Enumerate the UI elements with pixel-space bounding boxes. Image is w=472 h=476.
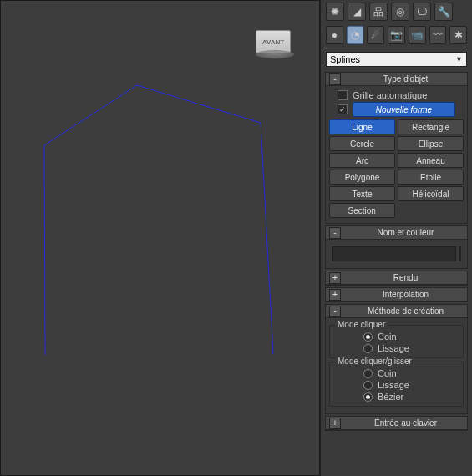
rollup-interpolation: + Interpolation [325, 287, 468, 302]
drag-mode-label: Mode cliquer/glisser [335, 357, 414, 366]
collapse-icon: - [329, 227, 341, 239]
rollup-render: + Rendu [325, 271, 468, 286]
shape-rectangle-button[interactable]: Rectangle [398, 119, 464, 134]
cameras-icon[interactable]: 📷 [388, 26, 405, 44]
object-name-input[interactable] [332, 246, 456, 261]
shape-helix-button[interactable]: Hélicoïdal [398, 186, 464, 201]
systems-icon[interactable]: ✱ [449, 26, 467, 44]
shape-ring-button[interactable]: Anneau [398, 153, 464, 168]
lights-icon[interactable]: ☄ [367, 26, 384, 44]
new-shape-button[interactable]: Nouvelle forme [353, 102, 455, 117]
rollup-keyboard-entry: + Entrée au clavier [325, 416, 468, 431]
rollup-header-creation[interactable]: - Méthode de création [326, 305, 467, 318]
display-tab-icon[interactable]: 🖵 [413, 3, 431, 21]
hierarchy-tab-icon[interactable]: 品 [369, 3, 388, 21]
rollup-header-render[interactable]: + Rendu [326, 271, 467, 285]
new-shape-checkbox[interactable]: ✓ [338, 104, 348, 114]
expand-icon: + [329, 272, 341, 284]
drag-corner-radio[interactable] [363, 369, 373, 378]
auto-grid-checkbox[interactable] [338, 90, 348, 100]
expand-icon: + [329, 418, 341, 429]
helpers-icon[interactable]: 📹 [409, 26, 426, 44]
viewport[interactable]: AVANT [0, 0, 320, 476]
click-mode-group: Mode cliquer Coin Lissage [329, 325, 464, 358]
shape-star-button[interactable]: Etoile [398, 170, 464, 185]
create-tab-icon[interactable]: ✺ [326, 3, 344, 21]
shape-ellipse-button[interactable]: Ellipse [398, 136, 464, 151]
click-corner-radio[interactable] [363, 332, 373, 342]
drag-mode-group: Mode cliquer/glisser Coin Lissage Bézier [329, 362, 464, 407]
chevron-down-icon: ▼ [455, 55, 463, 63]
modify-tab-icon[interactable]: ◢ [348, 3, 366, 21]
color-swatch[interactable] [459, 246, 461, 261]
rollup-header-interpolation[interactable]: + Interpolation [326, 288, 467, 301]
panel-category-row: ✺ ◢ 品 ◎ 🖵 🔧 [321, 0, 472, 23]
shape-polygon-button[interactable]: Polygone [329, 170, 395, 185]
rollup-object-type: - Type d'objet Grille automatique ✓ Nouv… [325, 72, 468, 224]
rollup-creation-method: - Méthode de création Mode cliquer Coin … [325, 304, 468, 414]
shape-line-button[interactable]: Ligne [329, 119, 395, 134]
geometry-icon[interactable]: ● [326, 26, 343, 44]
drag-bezier-radio[interactable] [363, 392, 373, 402]
command-panel: ✺ ◢ 品 ◎ 🖵 🔧 ● ◔ ☄ 📷 📹 〰 ✱ Splines ▼ - Ty… [320, 0, 472, 476]
spline-path [44, 85, 273, 355]
view-cube[interactable]: AVANT [256, 30, 294, 62]
view-cube-base [256, 50, 294, 58]
shapes-icon[interactable]: ◔ [347, 26, 364, 44]
subcategory-combo[interactable]: Splines ▼ [326, 52, 467, 67]
collapse-icon: - [329, 73, 341, 85]
expand-icon: + [329, 289, 341, 301]
collapse-icon: - [329, 306, 341, 317]
spline-preview [30, 80, 297, 381]
rollup-name-color: - Nom et couleur [325, 225, 468, 269]
auto-grid-label: Grille automatique [353, 90, 427, 100]
combo-value: Splines [330, 54, 360, 64]
shape-section-button[interactable]: Section [329, 203, 395, 218]
shape-text-button[interactable]: Texte [329, 186, 395, 201]
click-smooth-radio[interactable] [363, 344, 373, 353]
click-mode-label: Mode cliquer [335, 320, 388, 329]
rollup-header-keyboard[interactable]: + Entrée au clavier [326, 417, 467, 430]
rollup-header-object-type[interactable]: - Type d'objet [326, 73, 467, 86]
drag-smooth-radio[interactable] [363, 381, 373, 390]
create-subcategory-row: ● ◔ ☄ 📷 📹 〰 ✱ [321, 23, 472, 47]
utilities-tab-icon[interactable]: 🔧 [434, 3, 453, 21]
shape-arc-button[interactable]: Arc [329, 153, 395, 168]
shape-circle-button[interactable]: Cercle [329, 136, 395, 151]
rollup-header-name-color[interactable]: - Nom et couleur [326, 226, 467, 240]
motion-tab-icon[interactable]: ◎ [391, 3, 409, 21]
spacewarps-icon[interactable]: 〰 [429, 26, 447, 44]
